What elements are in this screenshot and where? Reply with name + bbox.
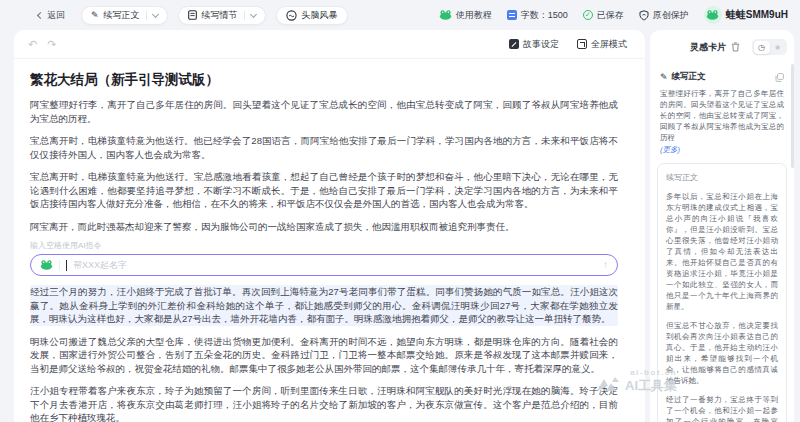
watermark-name: AI工具集	[625, 377, 677, 395]
avatar	[704, 6, 722, 24]
brainstorm-button[interactable]: 头脑风暴	[276, 6, 348, 25]
document-icon	[188, 10, 197, 20]
ai-command-box[interactable]: ↑	[30, 254, 618, 276]
card-text: 宝整理好行李，离开了自己多年居住的房间。回头望着这个见证了宝总成长的空间，他由宝…	[660, 88, 784, 143]
card-type-label: 续写正文	[672, 71, 706, 83]
chevron-left-icon	[37, 11, 44, 18]
story-settings-icon	[509, 39, 519, 49]
frog-icon	[40, 260, 53, 270]
continue-plot-button[interactable]: 续写情节	[178, 6, 266, 25]
back-button[interactable]: 返回	[38, 9, 65, 22]
copy-icon	[775, 73, 784, 82]
saved-status: ✓ 已保存	[583, 9, 624, 22]
frog-icon	[439, 10, 452, 20]
card-type-label: 续写正文	[666, 172, 778, 183]
top-bar: 返回 ✎ 续写正文 续写情节 头脑风暴 使用教程 字数：1500 ✓	[0, 0, 800, 30]
back-label: 返回	[47, 9, 65, 22]
inspiration-sidebar: 灵感卡片 ◷ ★ ✎ 续写正文 宝整理好行李，离开了自己多年居住的房间。回头望着…	[650, 30, 794, 422]
word-count-icon	[507, 10, 517, 20]
trash-icon	[731, 42, 740, 52]
chevron-down-icon[interactable]	[152, 10, 159, 17]
paragraph[interactable]: 阿宝离开，而此时强慕杰却迎来了警察，因为服饰公司的一战给国家造成了损失，他因滥用…	[30, 220, 618, 234]
ai-command-input[interactable]	[73, 260, 597, 270]
paragraph[interactable]: 宝总离开时，电梯孩童特意为他送行。他已经学会了28国语言，而阿宝给他安排了最后一…	[30, 134, 618, 161]
watermark-logo-icon	[595, 375, 621, 395]
paragraph[interactable]: 宝总离开时，电梯孩童特意为他送行。宝总感激地看着孩童，想起了自己曾经是个孩子时的…	[30, 170, 618, 211]
watermark: ai-bot.cn AI工具集	[595, 368, 677, 395]
continue-text-button[interactable]: ✎ 续写正文	[81, 6, 168, 25]
tutorial-button[interactable]: 使用教程	[439, 9, 492, 22]
fullscreen-label: 全屏模式	[591, 38, 627, 51]
chevron-down-icon[interactable]	[250, 10, 257, 17]
watermark-site: ai-bot.cn	[630, 368, 677, 377]
protection-label: 原创保护	[653, 9, 689, 22]
fullscreen-button[interactable]: 全屏模式	[577, 38, 627, 51]
user-account[interactable]: 蛙蛙SMM9uH	[704, 6, 788, 24]
inspiration-card[interactable]: ✎ 续写正文 宝整理好行李，离开了自己多年居住的房间。回头望着这个见证了宝总成长…	[650, 61, 794, 155]
favorites-toggle[interactable]: ★	[770, 41, 786, 54]
divider	[59, 260, 60, 270]
editor-panel: ↶ ↷ 故事设定 全屏模式 繁花大结局（新手引导测试版） 阿宝整理好行李，离开了…	[14, 30, 645, 422]
tutorial-label: 使用教程	[456, 9, 492, 22]
fullscreen-icon	[577, 39, 587, 49]
redo-button[interactable]: ↷	[47, 39, 56, 50]
divider	[244, 11, 245, 20]
original-protection-button[interactable]: 原创保护	[639, 9, 689, 22]
editor-toolbar-right: 故事设定 全屏模式	[509, 38, 627, 51]
divider	[146, 11, 147, 20]
document-title[interactable]: 繁花大结局（新手引导测试版）	[30, 71, 618, 89]
document-body[interactable]: 繁花大结局（新手引导测试版） 阿宝整理好行李，离开了自己多年居住的房间。回头望着…	[14, 59, 645, 422]
paragraph[interactable]: 阿宝整理好行李，离开了自己多年居住的房间。回头望着这个见证了宝总成长的空间，他由…	[30, 98, 618, 125]
continue-text-label: 续写正文	[104, 9, 140, 22]
pen-icon: ✎	[660, 73, 668, 82]
word-count: 字数：1500	[507, 9, 568, 22]
frog-avatar-icon	[706, 10, 719, 20]
editor-toolbar: ↶ ↷ 故事设定 全屏模式	[14, 30, 645, 59]
sidebar-header: 灵感卡片 ◷ ★	[650, 30, 794, 61]
continue-plot-label: 续写情节	[202, 9, 238, 22]
brainstorm-label: 头脑风暴	[302, 9, 338, 22]
brainstorm-icon	[286, 10, 297, 21]
action-pills: ✎ 续写正文 续写情节 头脑风暴	[81, 6, 348, 25]
generated-paragraph[interactable]: 明珠公司搬进了魏总父亲的大型仓库，使得进出货物更加便利。金科离开的时间不远，她望…	[30, 335, 618, 376]
card-paragraph: 经过了一番努力，宝总终于等到了一个机会，他和汪小姐一起参加了一个行业的晚宴。在晚…	[666, 394, 778, 422]
username: 蛙蛙SMM9uH	[726, 8, 788, 22]
saved-label: 已保存	[597, 9, 624, 22]
pen-icon: ✎	[91, 11, 99, 20]
card-paragraph: 但宝总不甘心放弃，他决定要找到机会再次向汪小姐表达自己的真心。于是，他开始主动约…	[666, 320, 778, 386]
undo-button[interactable]: ↶	[28, 39, 37, 50]
card-paragraph: 多年以后，宝总和汪小姐在上海东方明珠的建成仪式上相遇，宝总小声的向汪小姐说『我喜…	[666, 191, 778, 312]
clear-cards-button[interactable]	[731, 42, 740, 52]
send-icon[interactable]: ↑	[603, 260, 608, 270]
sidebar-title: 灵感卡片	[690, 41, 726, 54]
card-header: ✎ 续写正文	[660, 71, 784, 83]
ai-command-hint: 输入空格使用AI指令	[30, 240, 618, 251]
watermark-text: ai-bot.cn AI工具集	[625, 368, 677, 395]
story-settings-label: 故事设定	[523, 38, 559, 51]
text-cursor	[66, 260, 67, 271]
copy-button[interactable]	[775, 73, 784, 82]
history-toggle[interactable]: ◷	[754, 41, 770, 54]
word-count-label: 字数：1500	[521, 9, 568, 22]
top-bar-right: 使用教程 字数：1500 ✓ 已保存 原创保护 蛙蛙SMM9uH	[439, 6, 788, 24]
shield-icon	[639, 10, 649, 21]
scrollbar-thumb[interactable]	[791, 64, 794, 168]
generated-paragraph[interactable]: 经过三个月的努力，汪小姐终于完成了首批订单。再次回到上海特意为27号老同事们带了…	[30, 285, 618, 326]
card-view-toggle: ◷ ★	[752, 39, 787, 55]
check-circle-icon: ✓	[583, 10, 593, 20]
more-link[interactable]: (更多)	[660, 145, 784, 155]
generated-paragraph[interactable]: 汪小姐专程带着客户来夜东京，玲子为她预留了一个房间，听到里面传来生日歌，汪明珠和…	[30, 384, 618, 422]
story-settings-button[interactable]: 故事设定	[509, 38, 559, 51]
